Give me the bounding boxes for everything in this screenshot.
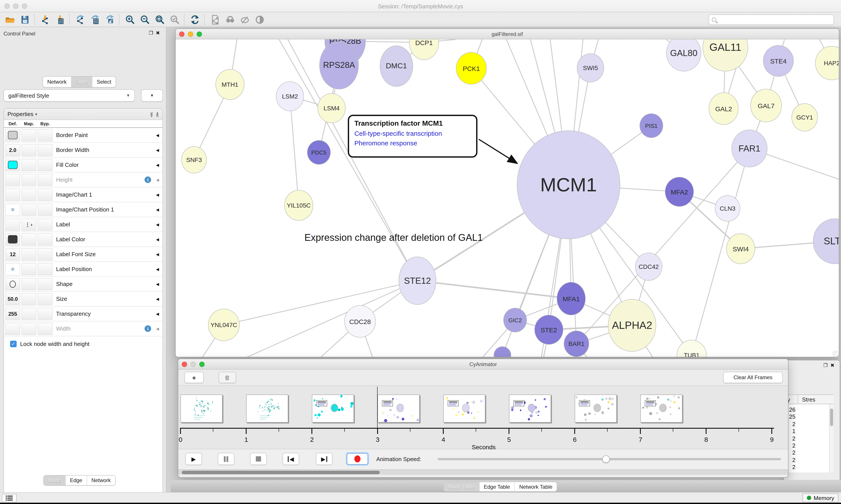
expand-row-icon[interactable]: ◀ (156, 207, 159, 212)
close-panel-icon[interactable]: ✖ (156, 30, 162, 35)
memory-button[interactable]: Memory (803, 493, 838, 502)
network-node-ALPHA2[interactable]: ALPHA2 (608, 299, 656, 352)
zoom-in-icon[interactable] (124, 14, 137, 26)
network-node-CDC42[interactable]: CDC42 (635, 253, 662, 281)
frame-thumbnail-6[interactable] (575, 395, 617, 422)
cyanimator-timeline[interactable]: 0123456789Seconds (178, 385, 788, 449)
expand-row-icon[interactable]: ◀ (156, 133, 159, 137)
annotation-link-2[interactable]: Pheromone response (354, 138, 471, 148)
export-image-icon[interactable] (103, 14, 117, 26)
collapse-all-icon[interactable]: ∨∨ (150, 112, 153, 116)
save-session-icon[interactable] (18, 14, 32, 26)
float-panel-icon[interactable]: ❐ (149, 30, 156, 35)
frame-thumbnail-3[interactable] (378, 395, 419, 422)
property-row-image-chart-position-1[interactable]: ≡Image/Chart Position 1◀ (4, 202, 162, 217)
network-node-SWI5[interactable]: SWI5 (577, 53, 604, 82)
style-options-button[interactable]: ▼ (141, 89, 163, 102)
network-node-MCM1[interactable]: MCM1 (517, 130, 620, 239)
cyanimator-titlebar[interactable]: CyAnimator (178, 359, 788, 370)
annotation-link-1[interactable]: Cell-type-specific transcription (354, 129, 471, 138)
network-annotation[interactable]: Transcription factor MCM1 Cell-type-spec… (348, 115, 478, 158)
tab-network-table[interactable]: Network Table (515, 482, 557, 491)
expand-row-icon[interactable]: ◀ (156, 178, 159, 182)
network-node-YIL105C[interactable]: YIL105C (284, 190, 313, 221)
close-panel-icon[interactable]: ✖ (830, 363, 837, 368)
network-node-MTH1[interactable]: MTH1 (215, 69, 245, 100)
network-node-GIC2[interactable]: GIC2 (503, 308, 527, 332)
network-node-MFA2[interactable]: MFA2 (665, 177, 694, 207)
property-row-size[interactable]: 50.0Size◀ (4, 292, 162, 307)
network-node-PCK1[interactable]: PCK1 (456, 52, 487, 85)
network-node-STE2[interactable]: STE2 (534, 315, 563, 345)
frame-thumbnail-4[interactable] (443, 395, 485, 422)
timeline-horizontal-scrollbar[interactable] (178, 469, 788, 475)
properties-header[interactable]: Properties ▾ ∨∨ ∧∧ (4, 109, 162, 120)
zoom-out-icon[interactable] (139, 14, 151, 26)
network-node-GAL7[interactable]: GAL7 (750, 89, 782, 122)
property-row-height[interactable]: Heighti◀ (4, 173, 162, 187)
expand-row-icon[interactable]: ◀ (156, 148, 159, 152)
clear-all-frames-button[interactable]: Clear All Frames (723, 372, 783, 383)
network-node-GCY1[interactable]: GCY1 (791, 103, 818, 131)
network-node-PIS1[interactable]: PIS1 (640, 113, 663, 138)
info-icon[interactable]: i (145, 177, 151, 183)
expand-row-icon[interactable]: ◀ (156, 222, 159, 227)
delete-frame-button[interactable]: 🗑 (219, 372, 236, 383)
network-node-LSM4[interactable]: LSM4 (318, 93, 345, 123)
column-header-stress[interactable]: Stres (802, 396, 816, 403)
frame-thumbnail-0[interactable] (180, 395, 222, 422)
network-node-CDC28[interactable]: CDC28 (344, 305, 376, 338)
tab-network[interactable]: Network (43, 77, 71, 87)
expand-row-icon[interactable]: ◀ (156, 163, 159, 167)
tab-network-style[interactable]: Network (87, 475, 115, 485)
zoom-fit-icon[interactable] (153, 14, 166, 26)
network-node-RPS28A[interactable]: RPS28A (319, 41, 359, 89)
play-button[interactable]: ▶ (185, 453, 202, 465)
network-node-STE12[interactable]: STE12 (399, 257, 436, 305)
network-node-DMC1[interactable]: DMC1 (380, 46, 413, 87)
export-table-icon[interactable] (88, 14, 102, 26)
property-row-label-color[interactable]: Label Color◀ (4, 232, 162, 247)
property-row-image-chart-1[interactable]: Image/Chart 1◀ (4, 187, 162, 202)
expand-row-icon[interactable]: ◀ (156, 252, 159, 256)
add-frame-button[interactable]: + (184, 372, 204, 383)
expand-row-icon[interactable]: ◀ (156, 282, 159, 286)
column-divider[interactable] (798, 395, 798, 404)
open-session-icon[interactable] (3, 14, 17, 26)
property-row-shape[interactable]: Shape◀ (4, 277, 162, 292)
export-network-icon[interactable] (74, 14, 87, 26)
float-panel-icon[interactable]: ❐ (823, 363, 830, 368)
show-panels-button[interactable] (2, 494, 17, 502)
import-table-icon[interactable] (53, 14, 67, 26)
import-network-icon[interactable] (38, 14, 52, 26)
property-row-fill-color[interactable]: Fill Color◀ (4, 158, 162, 173)
property-row-label-position[interactable]: ≡Label Position◀ (4, 262, 162, 277)
network-node-SNF3[interactable]: SNF3 (181, 146, 207, 174)
timeline-playhead[interactable] (377, 386, 378, 428)
network-node-MFA1[interactable]: MFA1 (557, 282, 586, 315)
network-node-PDC5[interactable]: PDC5 (307, 140, 331, 165)
network-node-GAL2[interactable]: GAL2 (709, 92, 738, 125)
network-node-LSM2[interactable]: LSM2 (276, 82, 304, 111)
network-node-STE4[interactable]: STE4 (763, 45, 794, 77)
property-row-transparency[interactable]: 255Transparency◀ (4, 307, 162, 321)
zoom-selected-icon[interactable] (168, 14, 181, 26)
network-from-selection-icon[interactable] (209, 14, 222, 26)
expand-row-icon[interactable]: ◀ (156, 297, 159, 301)
find-icon[interactable] (223, 14, 236, 26)
frame-thumbnail-1[interactable] (246, 395, 288, 422)
expand-all-icon[interactable]: ∧∧ (156, 112, 159, 116)
property-row-width[interactable]: Widthi◀ (4, 321, 162, 336)
network-window-titlebar[interactable]: galFiltered.sif (176, 29, 839, 39)
tab-select[interactable]: Select (92, 77, 115, 87)
expand-row-icon[interactable]: ◀ (156, 311, 159, 316)
tab-node-table[interactable]: Node Table (444, 482, 479, 491)
pause-button[interactable] (218, 453, 234, 465)
skip-start-button[interactable]: ◀ (283, 453, 299, 465)
network-node-YNL047C[interactable]: YNL047C (208, 309, 239, 341)
network-node-CLN3[interactable]: CLN3 (715, 195, 740, 221)
expand-row-icon[interactable]: ◀ (156, 193, 159, 197)
expand-row-icon[interactable]: ◀ (156, 237, 159, 241)
property-row-label[interactable]: ⋮›Label◀ (4, 217, 162, 232)
skip-end-button[interactable]: ▶ (316, 453, 333, 465)
